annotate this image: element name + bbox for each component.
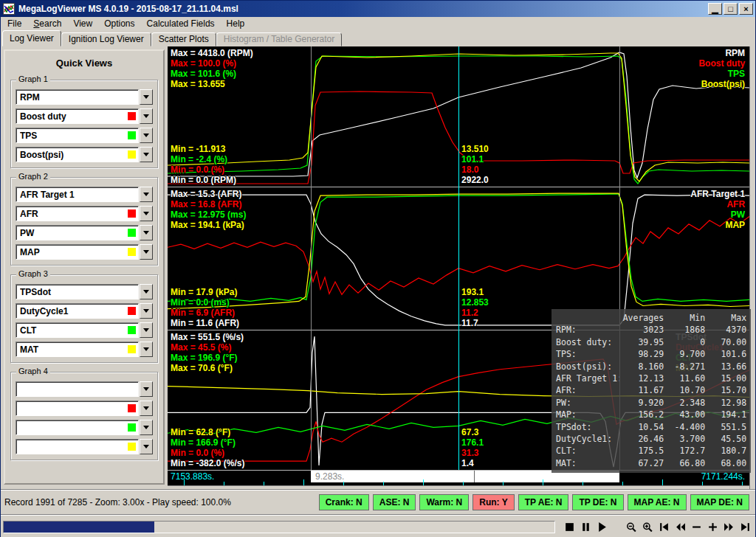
series-name-text: RPM [20, 92, 136, 103]
tab-scatter-plots[interactable]: Scatter Plots [151, 32, 216, 46]
time-tick [622, 482, 623, 485]
menu-item-search[interactable]: Search [27, 18, 67, 30]
graph-4-series-3-dropdown-button[interactable] [140, 420, 153, 435]
graph-2-series-2-value[interactable]: AFR [16, 206, 139, 221]
stats-row-value: 15.70 [705, 384, 746, 396]
graph-3-series-3-value[interactable]: CLT [16, 322, 139, 338]
minus-button[interactable] [688, 518, 704, 536]
series-color-chip [128, 423, 136, 432]
series-color-chip [128, 209, 136, 218]
group-label-graph-2: Graph 2 [16, 172, 50, 181]
legend-pw: PW [690, 209, 745, 220]
record-progress-bar[interactable] [3, 521, 555, 533]
graph-1-series-2-dropdown-button[interactable] [140, 108, 153, 124]
tab-ignition-log-viewer[interactable]: Ignition Log Viewer [61, 32, 151, 46]
chevron-down-icon [143, 114, 149, 118]
graph-3-series-1-value[interactable]: TPSdot [16, 284, 139, 299]
stop-button[interactable] [561, 518, 577, 536]
graph-2-series-3-dropdown-button[interactable] [140, 225, 153, 240]
graph-2-series-2-dropdown-button[interactable] [140, 206, 153, 221]
minimize-button[interactable]: ▁ [708, 3, 722, 15]
menu-item-help[interactable]: Help [221, 18, 251, 30]
graph-3-series-2-dropdown-button[interactable] [140, 303, 153, 319]
title-bar: MegaLogViewer MS 4.0.19 - 2015-08-17_21.… [1, 1, 755, 17]
graph-3-series-2-value[interactable]: DutyCycle1 [16, 303, 139, 319]
graph1-min-labels-item: Min = -11.913 [171, 144, 236, 154]
status-badge-crank: Crank: N [319, 494, 369, 510]
series-name-text: MAT [20, 344, 126, 355]
graph-1-series-4-dropdown-button[interactable] [140, 147, 153, 162]
maximize-button[interactable]: □ [724, 3, 738, 15]
graph-4-series-2-dropdown-button[interactable] [140, 401, 153, 416]
menu-item-calculated-fields[interactable]: Calculated Fields [141, 18, 221, 30]
graph-1-series-3-dropdown-button[interactable] [140, 128, 153, 143]
pause-button[interactable] [577, 518, 594, 536]
graph-2-series-1-dropdown-button[interactable] [140, 187, 153, 202]
graph-2-series-4-value[interactable]: MAP [16, 244, 139, 260]
graph-3-series-4-dropdown-button[interactable] [140, 342, 153, 357]
zoom-out-icon [626, 522, 637, 532]
graph3-cursor-values-item: 31.3 [461, 448, 484, 458]
graph-4-series-3-value[interactable] [16, 420, 139, 435]
stats-row-value: 3.700 [664, 433, 705, 445]
time-tick [463, 482, 464, 485]
graph-4-series-1-value[interactable] [16, 381, 139, 397]
stats-row-value: 551.5 [705, 421, 746, 433]
series-color-chip [128, 307, 136, 315]
close-button[interactable]: × [739, 3, 753, 15]
skip-start-button[interactable] [656, 518, 672, 536]
graph-2-series-4-dropdown-button[interactable] [140, 244, 153, 260]
cursor-line[interactable] [458, 46, 459, 470]
graph-3-series-4-value[interactable]: MAT [16, 342, 139, 357]
graph-1-series-2-value[interactable]: Boost duty [16, 108, 139, 124]
group-label-graph-3: Graph 3 [16, 269, 50, 278]
graph2-max-labels-item: Max = 15.3 (AFR) [171, 189, 246, 199]
stats-row-value: 172.7 [664, 445, 705, 457]
stats-row-name: AFR: [556, 384, 619, 396]
plus-button[interactable] [704, 518, 721, 536]
skip-end-button[interactable] [737, 518, 753, 536]
graph2-max-labels: Max = 15.3 (AFR)Max = 16.8 (AFR)Max = 12… [171, 189, 246, 230]
legend-map: MAP [690, 220, 745, 230]
selection-start-line[interactable] [311, 46, 312, 470]
fast-forward-button[interactable] [721, 518, 737, 536]
graph-2-series-1-value[interactable]: AFR Target 1 [16, 187, 139, 202]
time-position-marker[interactable] [474, 471, 475, 482]
rewind-button[interactable] [672, 518, 688, 536]
graph-4-series-2-value[interactable] [16, 401, 139, 416]
rewind-icon [675, 522, 686, 532]
graph-1-series-1-value[interactable]: RPM [16, 89, 139, 105]
series-name-text: DutyCycle1 [20, 306, 126, 316]
graph2-min-labels-item: Min = 6.9 (AFR) [171, 308, 239, 318]
graph-2-series-3-value[interactable]: PW [16, 225, 139, 240]
record-status-text: Record 1991 of 7285 - Zoom: 3.00x - Play… [4, 497, 231, 507]
graph3-min-labels-item: Min = 0.0 (%) [171, 448, 244, 458]
graph-1-series-3-value[interactable]: TPS [16, 128, 139, 143]
graph-4-series-4-dropdown-button[interactable] [140, 439, 153, 454]
record-progress-fill [4, 522, 154, 533]
series-name-text: CLT [20, 325, 126, 336]
menu-bar: FileSearchViewOptionsCalculated FieldsHe… [1, 17, 755, 30]
graph-1-series-1-dropdown-button[interactable] [140, 89, 153, 105]
graph-4-series-1-dropdown-button[interactable] [140, 381, 153, 397]
stats-header-averages: Averages [619, 312, 664, 324]
graph1-max-labels: Max = 4418.0 (RPM)Max = 100.0 (%)Max = 1… [171, 48, 253, 89]
series-color-chip [128, 345, 136, 353]
graph-1-series-4-value[interactable]: Boost(psi) [16, 147, 139, 162]
tab-log-viewer[interactable]: Log Viewer [2, 30, 61, 46]
zoom-out-button[interactable] [623, 518, 639, 536]
time-tick [742, 482, 743, 485]
stats-row-tpsdot: TPSdot:10.54-4.400551.5 [556, 421, 746, 433]
graph-1-series-1-combo: RPM [16, 89, 153, 105]
graph-3-series-1-dropdown-button[interactable] [140, 284, 153, 299]
zoom-in-button[interactable] [639, 518, 656, 536]
menu-item-view[interactable]: View [67, 18, 98, 30]
graph3-max-labels: Max = 551.5 (%/s)Max = 45.5 (%)Max = 196… [171, 332, 244, 373]
play-button[interactable] [594, 518, 610, 536]
menu-item-file[interactable]: File [1, 18, 27, 30]
graph2-cursor-values-item: 193.1 [461, 287, 489, 297]
graph-4-series-4-value[interactable] [16, 439, 139, 454]
menu-item-options[interactable]: Options [98, 18, 140, 30]
graph-2-series-4-combo: MAP [16, 244, 153, 260]
graph-3-series-3-dropdown-button[interactable] [140, 322, 153, 338]
